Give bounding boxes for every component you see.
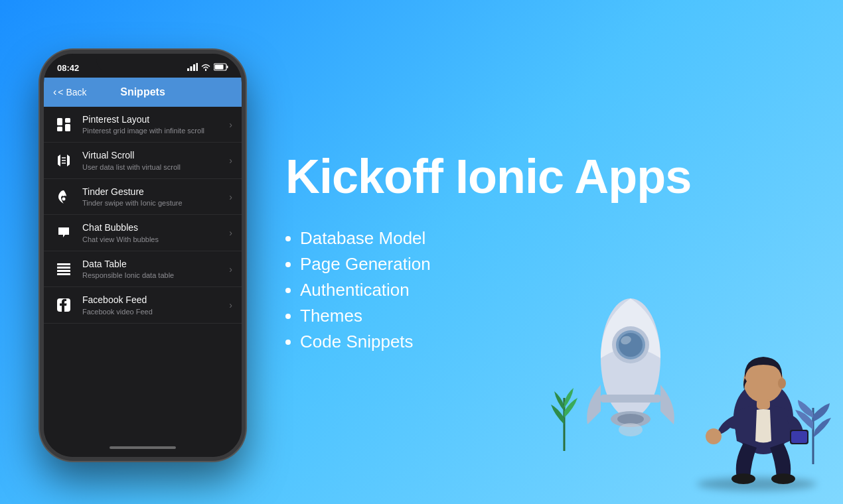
svg-point-26 (617, 414, 644, 424)
svg-rect-34 (791, 431, 807, 443)
svg-rect-0 (187, 68, 189, 71)
scroll-icon (53, 150, 74, 171)
fire-icon (53, 186, 74, 208)
back-chevron-icon: ‹ (53, 86, 56, 98)
chevron-right-icon: › (229, 119, 232, 130)
svg-point-14 (62, 197, 66, 200)
item-title: Tinder Gesture (82, 186, 221, 198)
battery-icon (214, 63, 228, 72)
svg-rect-17 (57, 270, 70, 272)
bullet-icon (285, 236, 291, 241)
feature-item: Themes (285, 306, 803, 326)
item-subtitle: User data list with virtual scroll (82, 162, 221, 172)
chevron-right-icon: › (229, 227, 232, 238)
svg-point-27 (619, 423, 643, 436)
feature-item: Authentication (285, 280, 803, 300)
item-title: Data Table (82, 258, 221, 270)
svg-point-25 (611, 411, 651, 427)
chevron-right-icon: › (229, 192, 232, 202)
phone-notch (96, 54, 189, 72)
item-subtitle: Tinder swipe with Ionic gesture (82, 198, 221, 208)
list-item[interactable]: Tinder Gesture Tinder swipe with Ionic g… (44, 179, 242, 215)
pinterest-icon (53, 114, 74, 135)
feature-label: Page Generation (300, 254, 431, 275)
svg-rect-18 (57, 273, 70, 275)
signal-icon (187, 63, 198, 72)
svg-rect-8 (65, 118, 70, 123)
person-illustration (697, 338, 830, 484)
feature-item: Page Generation (285, 254, 803, 275)
item-subtitle: Pinterest grid image with infinite scrol… (82, 126, 221, 135)
item-subtitle: Responsible Ionic data table (82, 271, 221, 280)
feature-list: Database Model Page Generation Authentic… (285, 228, 803, 352)
table-icon (53, 259, 74, 280)
list-item[interactable]: Data Table Responsible Ionic data table … (44, 251, 242, 287)
item-text: Data Table Responsible Ionic data table (82, 258, 221, 280)
item-text: Pinterest Layout Pinterest grid image wi… (82, 113, 221, 135)
chevron-right-icon: › (229, 264, 232, 275)
list-item[interactable]: Chat Bubbles Chat view With bubbles › (44, 215, 242, 251)
feature-label: Authentication (300, 280, 410, 300)
feature-item: Code Snippets (285, 332, 803, 352)
list-item[interactable]: Facebook Feed Facebook video Feed › (44, 287, 242, 323)
feature-label: Code Snippets (300, 332, 414, 352)
item-text: Chat Bubbles Chat view With bubbles (82, 221, 221, 243)
chevron-right-icon: › (229, 300, 232, 310)
hero-title: Kickoff Ionic Apps (285, 152, 803, 202)
back-button[interactable]: ‹ < Back (53, 86, 87, 98)
svg-rect-15 (57, 263, 70, 265)
chat-icon (53, 222, 74, 243)
item-title: Virtual Scroll (82, 149, 221, 161)
bullet-icon (285, 262, 291, 267)
svg-point-30 (743, 360, 783, 403)
item-title: Chat Bubbles (82, 221, 221, 233)
svg-rect-6 (227, 66, 228, 68)
snippets-list: Pinterest Layout Pinterest grid image wi… (44, 107, 242, 438)
feature-label: Themes (300, 306, 362, 326)
status-icons (187, 63, 228, 72)
svg-point-36 (731, 473, 755, 484)
item-text: Tinder Gesture Tinder swipe with Ionic g… (82, 186, 221, 208)
svg-rect-5 (215, 65, 224, 70)
svg-point-31 (778, 378, 786, 389)
item-title: Facebook Feed (82, 294, 221, 306)
svg-point-37 (771, 473, 795, 484)
svg-rect-32 (757, 399, 770, 409)
person-shadow (697, 477, 816, 491)
svg-rect-33 (790, 430, 808, 444)
status-time: 08:42 (57, 63, 79, 73)
item-title: Pinterest Layout (82, 113, 221, 125)
svg-rect-9 (57, 127, 62, 131)
wifi-icon (200, 63, 211, 72)
bullet-icon (285, 314, 291, 319)
bullet-icon (285, 340, 291, 345)
item-text: Virtual Scroll User data list with virtu… (82, 149, 221, 171)
navigation-bar: ‹ < Back Snippets (44, 78, 242, 107)
chevron-right-icon: › (229, 155, 232, 166)
plant-left-illustration (544, 371, 584, 451)
item-subtitle: Facebook video Feed (82, 307, 221, 316)
phone-frame: 08:42 (40, 50, 246, 461)
svg-rect-7 (57, 118, 62, 125)
svg-point-29 (733, 381, 793, 454)
nav-title: Snippets (120, 86, 165, 98)
svg-rect-28 (601, 395, 660, 403)
svg-rect-10 (65, 124, 70, 131)
phone-mockup: 08:42 (40, 50, 246, 461)
bullet-icon (285, 288, 291, 293)
plant-right-illustration (790, 378, 836, 464)
item-text: Facebook Feed Facebook video Feed (82, 294, 221, 316)
list-item[interactable]: Pinterest Layout Pinterest grid image wi… (44, 107, 242, 143)
facebook-icon (53, 294, 74, 316)
svg-rect-2 (193, 64, 195, 71)
home-bar (110, 446, 176, 449)
svg-rect-3 (196, 63, 198, 71)
back-label: < Back (58, 87, 86, 97)
feature-item: Database Model (285, 228, 803, 249)
svg-rect-16 (57, 267, 70, 269)
svg-point-35 (706, 428, 722, 444)
list-item[interactable]: Virtual Scroll User data list with virtu… (44, 143, 242, 178)
svg-rect-1 (191, 66, 192, 71)
feature-label: Database Model (300, 228, 425, 249)
hero-section: Kickoff Ionic Apps Database Model Page G… (246, 152, 803, 353)
